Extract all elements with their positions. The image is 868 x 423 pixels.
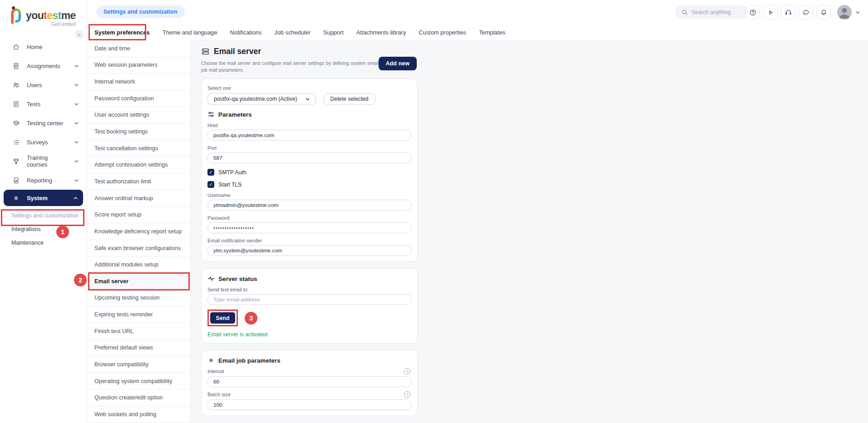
- tab-templates[interactable]: Templates: [473, 24, 512, 40]
- chevron-down-icon: [74, 120, 79, 126]
- menu-item-test-authorization-limit[interactable]: Test authorization limit: [87, 173, 190, 190]
- chat-icon: [802, 9, 810, 16]
- menu-item-question-create-edit-option[interactable]: Question create/edit option: [87, 389, 190, 406]
- sidebar-item-system[interactable]: System: [4, 190, 83, 206]
- smtp-auth-checkbox[interactable]: ✓: [207, 169, 214, 176]
- sidebar-item-label: Tests: [27, 101, 67, 108]
- sidebar-item-label: Reporting: [27, 177, 67, 184]
- sidebar-item-training-courses[interactable]: Training courses: [0, 152, 87, 171]
- sidebar-item-assignments[interactable]: Assignments: [0, 56, 87, 75]
- tab-custom-properties[interactable]: Custom properties: [412, 24, 473, 40]
- sidebar-item-label: Training courses: [27, 154, 67, 168]
- sidebar-nav: Home Assignments Users Tests Testing cen…: [0, 37, 87, 250]
- menu-item-answer-ordinal-markup[interactable]: Answer ordinal markup: [87, 190, 190, 207]
- menu-item-expiring-tests-reminder[interactable]: Expiring tests reminder: [87, 306, 190, 323]
- batch-size-label: Batch size: [207, 392, 231, 397]
- sidebar-item-users[interactable]: Users: [0, 75, 87, 94]
- sidebar-subitem-settings-and-customization[interactable]: Settings and customization: [0, 209, 87, 222]
- host-input[interactable]: [207, 130, 411, 141]
- brand-tagline: GetCertified: [26, 22, 76, 27]
- page-title: Email server: [214, 47, 261, 56]
- menu-item-operating-system-compatibility[interactable]: Operating system compatibility: [87, 373, 190, 390]
- email-job-parameters-heading: Email job parameters: [218, 357, 281, 364]
- interval-input[interactable]: [207, 376, 411, 387]
- tab-support[interactable]: Support: [317, 24, 350, 40]
- menu-item-knowledge-deficiency-report-setup[interactable]: Knowledge deficiency report setup: [87, 223, 190, 240]
- menu-item-browser-compatibility[interactable]: Browser compatibility: [87, 356, 190, 373]
- search-input[interactable]: Search anything: [676, 6, 750, 18]
- sliders-icon: [207, 111, 215, 118]
- users-icon: [12, 81, 20, 89]
- email-job-parameters-card: Email job parameters Interval ? Batch si…: [201, 350, 418, 416]
- sidebar-item-reporting[interactable]: Reporting: [0, 171, 87, 190]
- breadcrumb[interactable]: Settings and customization: [96, 5, 185, 18]
- menu-item-safe-exam-browser-configurations[interactable]: Safe exam browser configurations: [87, 240, 190, 257]
- batch-size-input[interactable]: [207, 399, 411, 410]
- annotation-step-3: 3: [245, 312, 257, 325]
- menu-item-web-sockets-and-polling[interactable]: Web sockets and polling: [87, 406, 190, 423]
- tab-theme-and-language[interactable]: Theme and language: [156, 24, 224, 40]
- send-button[interactable]: Send: [210, 312, 235, 324]
- menu-item-preferred-default-views[interactable]: Preferred default views: [87, 340, 190, 357]
- username-label: Username: [207, 192, 411, 198]
- profile-caret-down-icon[interactable]: [855, 10, 861, 15]
- sidebar-item-surveys[interactable]: Surveys: [0, 133, 87, 152]
- tutorial-button[interactable]: [763, 5, 778, 20]
- sidebar-item-label: System: [27, 195, 66, 202]
- test-email-input[interactable]: [207, 294, 411, 305]
- server-select-dropdown[interactable]: postfix-qa.youtestme.com (Active): [207, 93, 316, 105]
- batch-size-info-icon[interactable]: ?: [404, 391, 410, 398]
- sidebar-item-label: Assignments: [27, 63, 67, 69]
- start-tls-label: Start TLS: [218, 182, 242, 188]
- sidebar-item-tests[interactable]: Tests: [0, 94, 87, 113]
- menu-item-finish-test-url[interactable]: Finish test URL: [87, 323, 190, 340]
- chevron-down-icon: [305, 96, 311, 102]
- sidebar-subitem-integrations[interactable]: Integrations: [0, 222, 87, 236]
- delete-selected-button[interactable]: Delete selected: [324, 93, 375, 105]
- sidebar-collapse-button[interactable]: «: [75, 30, 84, 39]
- menu-item-score-report-setup[interactable]: Score report setup: [87, 207, 190, 223]
- pulse-icon: [207, 275, 215, 282]
- add-new-button[interactable]: Add new: [379, 57, 417, 70]
- password-input[interactable]: [207, 222, 411, 233]
- tab-attachments-library[interactable]: Attachments library: [350, 24, 413, 40]
- menu-item-test-booking-settings[interactable]: Test booking settings: [87, 123, 190, 140]
- chevron-down-icon: [74, 177, 79, 183]
- menu-item-test-cancellation-settings[interactable]: Test cancellation settings: [87, 140, 190, 157]
- help-icon: [749, 9, 757, 16]
- email-notification-sender-input[interactable]: [207, 245, 411, 256]
- menu-item-attempt-continuation-settings[interactable]: Attempt continuation settings: [87, 157, 190, 173]
- menu-item-email-server[interactable]: Email server: [87, 273, 190, 290]
- tab-system-preferences[interactable]: System preferences: [88, 24, 156, 40]
- help-button[interactable]: [745, 5, 760, 20]
- interval-info-icon[interactable]: ?: [404, 368, 410, 374]
- menu-item-internal-network[interactable]: Internal network: [87, 74, 190, 90]
- menu-item-date-and-time[interactable]: Date and time: [87, 40, 190, 57]
- menu-item-upcoming-testing-session[interactable]: Upcoming testing session: [87, 290, 190, 307]
- notifications-button[interactable]: [816, 5, 831, 20]
- menu-item-password-configuration[interactable]: Password configuration: [87, 90, 190, 107]
- sidebar-subitem-maintenance[interactable]: Maintenance: [0, 236, 87, 250]
- gear-icon: [12, 194, 20, 202]
- list-icon: [12, 138, 20, 146]
- sidebar-item-home[interactable]: Home: [0, 37, 87, 56]
- menu-item-additional-modules-setup[interactable]: Additional modules setup: [87, 256, 190, 273]
- avatar-image: [837, 5, 852, 20]
- menu-item-user-account-settings[interactable]: User account settings: [87, 107, 190, 124]
- bell-icon: [820, 9, 828, 16]
- host-label: Host: [207, 123, 411, 128]
- messages-button[interactable]: [799, 5, 813, 20]
- logo[interactable]: youtestme GetCertified: [9, 6, 87, 27]
- port-input[interactable]: [207, 152, 411, 163]
- tab-notifications[interactable]: Notifications: [224, 24, 268, 40]
- server-icon: [201, 47, 210, 56]
- tab-job-scheduler[interactable]: Job scheduler: [268, 24, 317, 40]
- support-button[interactable]: [781, 5, 795, 20]
- username-input[interactable]: [207, 200, 411, 211]
- avatar[interactable]: [837, 5, 852, 20]
- menu-item-web-session-parameters[interactable]: Web session parameters: [87, 57, 190, 74]
- sidebar-item-testing-center[interactable]: Testing center: [0, 113, 87, 133]
- page-description: Choose the mail server and configure mai…: [201, 60, 388, 74]
- chevron-down-icon: [74, 139, 79, 145]
- start-tls-checkbox[interactable]: ✓: [207, 181, 214, 188]
